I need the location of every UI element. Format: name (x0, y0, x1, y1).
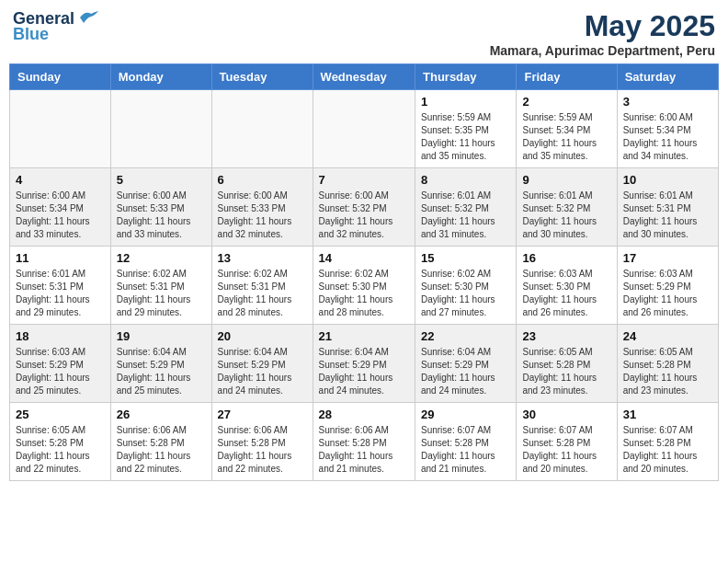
day-number: 20 (218, 329, 307, 343)
calendar-cell: 29Sunrise: 6:07 AM Sunset: 5:28 PM Dayli… (415, 403, 517, 481)
weekday-header-friday: Friday (517, 64, 617, 90)
cell-info: Sunrise: 6:01 AM Sunset: 5:31 PM Dayligh… (623, 190, 712, 241)
day-number: 8 (421, 173, 510, 187)
calendar-cell: 16Sunrise: 6:03 AM Sunset: 5:30 PM Dayli… (517, 247, 617, 325)
location-subtitle: Mamara, Apurimac Department, Peru (490, 43, 715, 58)
cell-info: Sunrise: 6:00 AM Sunset: 5:34 PM Dayligh… (16, 190, 105, 241)
day-number: 10 (623, 173, 712, 187)
cell-info: Sunrise: 6:02 AM Sunset: 5:30 PM Dayligh… (319, 268, 409, 319)
calendar-cell: 10Sunrise: 6:01 AM Sunset: 5:31 PM Dayli… (617, 168, 718, 247)
cell-info: Sunrise: 6:00 AM Sunset: 5:33 PM Dayligh… (218, 190, 307, 241)
day-number: 15 (421, 251, 510, 265)
cell-info: Sunrise: 6:06 AM Sunset: 5:28 PM Dayligh… (319, 424, 409, 476)
calendar-cell: 8Sunrise: 6:01 AM Sunset: 5:32 PM Daylig… (415, 168, 517, 247)
calendar-cell: 1Sunrise: 5:59 AM Sunset: 5:35 PM Daylig… (415, 90, 517, 168)
calendar-cell: 9Sunrise: 6:01 AM Sunset: 5:32 PM Daylig… (517, 168, 617, 247)
cell-info: Sunrise: 6:03 AM Sunset: 5:29 PM Dayligh… (623, 268, 712, 319)
page-header: General Blue May 2025 Mamara, Apurimac D… (9, 9, 719, 58)
calendar-cell: 31Sunrise: 6:07 AM Sunset: 5:28 PM Dayli… (617, 403, 718, 481)
cell-info: Sunrise: 6:07 AM Sunset: 5:28 PM Dayligh… (623, 424, 712, 476)
calendar-cell: 21Sunrise: 6:04 AM Sunset: 5:29 PM Dayli… (313, 325, 415, 403)
calendar-cell: 2Sunrise: 5:59 AM Sunset: 5:34 PM Daylig… (517, 90, 617, 168)
calendar-cell (10, 90, 111, 168)
weekday-header-thursday: Thursday (415, 64, 517, 90)
cell-info: Sunrise: 6:05 AM Sunset: 5:28 PM Dayligh… (522, 346, 610, 397)
cell-info: Sunrise: 6:00 AM Sunset: 5:32 PM Dayligh… (319, 190, 409, 241)
day-number: 27 (218, 408, 307, 421)
calendar-cell: 28Sunrise: 6:06 AM Sunset: 5:28 PM Dayli… (313, 403, 415, 481)
day-number: 31 (623, 408, 712, 421)
calendar-cell: 3Sunrise: 6:00 AM Sunset: 5:34 PM Daylig… (617, 90, 718, 168)
day-number: 24 (623, 329, 712, 343)
logo-bird-icon (78, 10, 98, 25)
calendar-cell (313, 90, 415, 168)
cell-info: Sunrise: 6:04 AM Sunset: 5:29 PM Dayligh… (421, 346, 510, 397)
cell-info: Sunrise: 6:03 AM Sunset: 5:29 PM Dayligh… (16, 346, 105, 397)
weekday-header-row: SundayMondayTuesdayWednesdayThursdayFrid… (10, 64, 719, 90)
day-number: 3 (623, 95, 712, 109)
week-row-1: 1Sunrise: 5:59 AM Sunset: 5:35 PM Daylig… (10, 90, 719, 168)
week-row-5: 25Sunrise: 6:05 AM Sunset: 5:28 PM Dayli… (10, 403, 719, 481)
calendar-cell: 13Sunrise: 6:02 AM Sunset: 5:31 PM Dayli… (211, 247, 313, 325)
cell-info: Sunrise: 6:04 AM Sunset: 5:29 PM Dayligh… (117, 346, 206, 397)
title-area: May 2025 Mamara, Apurimac Department, Pe… (490, 9, 715, 58)
day-number: 12 (117, 251, 206, 265)
cell-info: Sunrise: 6:07 AM Sunset: 5:28 PM Dayligh… (421, 424, 510, 476)
day-number: 26 (117, 408, 206, 421)
cell-info: Sunrise: 6:07 AM Sunset: 5:28 PM Dayligh… (522, 424, 610, 476)
weekday-header-saturday: Saturday (617, 64, 718, 90)
cell-info: Sunrise: 6:01 AM Sunset: 5:31 PM Dayligh… (16, 268, 105, 319)
calendar-cell: 12Sunrise: 6:02 AM Sunset: 5:31 PM Dayli… (110, 247, 211, 325)
day-number: 19 (117, 329, 206, 343)
day-number: 13 (218, 251, 307, 265)
logo: General Blue (13, 9, 98, 44)
weekday-header-tuesday: Tuesday (211, 64, 313, 90)
calendar-cell: 15Sunrise: 6:02 AM Sunset: 5:30 PM Dayli… (415, 247, 517, 325)
weekday-header-sunday: Sunday (10, 64, 111, 90)
day-number: 5 (117, 173, 206, 187)
calendar-cell (211, 90, 313, 168)
day-number: 4 (16, 173, 105, 187)
cell-info: Sunrise: 6:03 AM Sunset: 5:30 PM Dayligh… (522, 268, 610, 319)
day-number: 30 (522, 408, 610, 421)
day-number: 23 (522, 329, 610, 343)
day-number: 28 (319, 408, 409, 421)
cell-info: Sunrise: 6:06 AM Sunset: 5:28 PM Dayligh… (117, 424, 206, 476)
weekday-header-wednesday: Wednesday (313, 64, 415, 90)
calendar-cell: 27Sunrise: 6:06 AM Sunset: 5:28 PM Dayli… (211, 403, 313, 481)
calendar-cell: 20Sunrise: 6:04 AM Sunset: 5:29 PM Dayli… (211, 325, 313, 403)
day-number: 18 (16, 329, 105, 343)
cell-info: Sunrise: 6:04 AM Sunset: 5:29 PM Dayligh… (218, 346, 307, 397)
cell-info: Sunrise: 6:00 AM Sunset: 5:34 PM Dayligh… (623, 111, 712, 163)
day-number: 14 (319, 251, 409, 265)
calendar-cell: 26Sunrise: 6:06 AM Sunset: 5:28 PM Dayli… (110, 403, 211, 481)
cell-info: Sunrise: 6:00 AM Sunset: 5:33 PM Dayligh… (117, 190, 206, 241)
day-number: 25 (16, 408, 105, 421)
cell-info: Sunrise: 6:05 AM Sunset: 5:28 PM Dayligh… (623, 346, 712, 397)
day-number: 11 (16, 251, 105, 265)
day-number: 6 (218, 173, 307, 187)
calendar-cell: 25Sunrise: 6:05 AM Sunset: 5:28 PM Dayli… (10, 403, 111, 481)
week-row-2: 4Sunrise: 6:00 AM Sunset: 5:34 PM Daylig… (10, 168, 719, 247)
calendar-cell: 18Sunrise: 6:03 AM Sunset: 5:29 PM Dayli… (10, 325, 111, 403)
cell-info: Sunrise: 6:02 AM Sunset: 5:31 PM Dayligh… (117, 268, 206, 319)
calendar-cell: 30Sunrise: 6:07 AM Sunset: 5:28 PM Dayli… (517, 403, 617, 481)
cell-info: Sunrise: 6:01 AM Sunset: 5:32 PM Dayligh… (522, 190, 610, 241)
day-number: 16 (522, 251, 610, 265)
cell-info: Sunrise: 6:05 AM Sunset: 5:28 PM Dayligh… (16, 424, 105, 476)
month-title: May 2025 (490, 9, 715, 43)
day-number: 2 (522, 95, 610, 109)
cell-info: Sunrise: 6:02 AM Sunset: 5:30 PM Dayligh… (421, 268, 510, 319)
day-number: 17 (623, 251, 712, 265)
logo-text-blue: Blue (13, 25, 49, 44)
calendar-cell: 7Sunrise: 6:00 AM Sunset: 5:32 PM Daylig… (313, 168, 415, 247)
calendar-cell: 23Sunrise: 6:05 AM Sunset: 5:28 PM Dayli… (517, 325, 617, 403)
day-number: 21 (319, 329, 409, 343)
calendar-cell: 4Sunrise: 6:00 AM Sunset: 5:34 PM Daylig… (10, 168, 111, 247)
week-row-4: 18Sunrise: 6:03 AM Sunset: 5:29 PM Dayli… (10, 325, 719, 403)
day-number: 7 (319, 173, 409, 187)
cell-info: Sunrise: 6:02 AM Sunset: 5:31 PM Dayligh… (218, 268, 307, 319)
calendar-cell: 5Sunrise: 6:00 AM Sunset: 5:33 PM Daylig… (110, 168, 211, 247)
calendar-cell: 11Sunrise: 6:01 AM Sunset: 5:31 PM Dayli… (10, 247, 111, 325)
calendar-cell: 19Sunrise: 6:04 AM Sunset: 5:29 PM Dayli… (110, 325, 211, 403)
